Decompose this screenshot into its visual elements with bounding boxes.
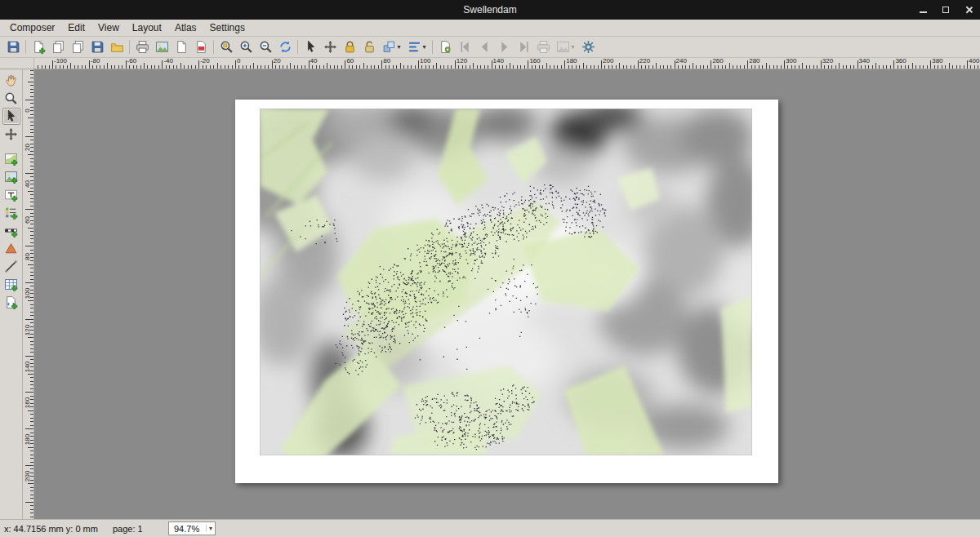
menu-composer[interactable]: Composer xyxy=(3,20,61,35)
atlas-next-feature-button[interactable] xyxy=(494,38,514,56)
lock-selected-items-button[interactable] xyxy=(340,38,359,56)
minimize-icon xyxy=(920,11,927,13)
atlas-first-feature-button[interactable] xyxy=(455,38,474,56)
menu-layout[interactable]: Layout xyxy=(126,20,168,35)
add-new-legend-button[interactable] xyxy=(2,204,20,221)
load-from-template-icon xyxy=(110,40,124,54)
add-basic-shape-icon xyxy=(4,242,18,255)
menu-view[interactable]: View xyxy=(91,20,126,35)
print-button[interactable] xyxy=(132,38,152,56)
atlas-settings-button[interactable] xyxy=(578,38,598,56)
select-move-item-button[interactable] xyxy=(301,38,320,56)
atlas-previous-feature-icon xyxy=(478,40,492,54)
add-html-frame-icon xyxy=(4,295,18,309)
menu-settings[interactable]: Settings xyxy=(203,20,252,35)
select-move-item-tool-button[interactable] xyxy=(2,108,20,125)
export-atlas-icon xyxy=(556,40,570,54)
add-new-label-icon xyxy=(4,188,18,202)
save-as-template-icon xyxy=(91,40,105,54)
toolbar-separator xyxy=(213,40,214,54)
pan-composer-icon xyxy=(4,73,18,87)
add-attribute-table-button[interactable] xyxy=(2,276,20,293)
save-project-button[interactable] xyxy=(3,38,23,56)
statusbar: x: 44.7156 mm y: 0 mm page: 1 94.7% ▾ xyxy=(0,519,980,537)
duplicate-composer-button[interactable] xyxy=(48,38,68,56)
vertical-ruler: 020406080100120140160180200 xyxy=(23,69,34,519)
add-new-label-button[interactable] xyxy=(2,186,20,203)
map-item[interactable] xyxy=(260,109,752,455)
chevron-down-icon: ▾ xyxy=(397,43,400,51)
composer-page[interactable] xyxy=(235,100,778,483)
export-as-image-button[interactable] xyxy=(152,38,172,56)
toolbar-separator xyxy=(129,40,130,54)
save-as-template-button[interactable] xyxy=(87,38,107,56)
maximize-button[interactable] xyxy=(941,5,951,15)
print-atlas-icon xyxy=(537,40,550,54)
add-arrow-icon xyxy=(4,260,18,273)
add-attribute-table-icon xyxy=(4,277,18,291)
toolbar-gap xyxy=(9,144,14,149)
atlas-next-feature-icon xyxy=(497,40,511,54)
ruler-corner xyxy=(0,58,34,69)
atlas-last-feature-button[interactable] xyxy=(514,38,533,56)
add-html-frame-button[interactable] xyxy=(2,294,20,311)
atlas-last-feature-icon xyxy=(517,40,531,54)
raise-selected-items-button[interactable]: ▾ xyxy=(379,38,404,56)
menu-atlas[interactable]: Atlas xyxy=(168,20,203,35)
composer-manager-button[interactable] xyxy=(68,38,87,56)
zoom-tool-icon xyxy=(4,91,18,105)
minimize-button[interactable] xyxy=(918,5,928,15)
toolbar-separator xyxy=(432,40,433,54)
unlock-all-items-button[interactable] xyxy=(359,38,379,56)
composer-canvas[interactable] xyxy=(34,69,980,519)
close-button[interactable] xyxy=(964,5,973,15)
toolbar-separator xyxy=(25,40,26,54)
window-title: Swellendam xyxy=(463,4,516,16)
print-atlas-button[interactable] xyxy=(533,38,553,56)
horizontal-ruler: -100-80-60-40-20020406080100120140160180… xyxy=(34,58,980,69)
move-item-content-button[interactable] xyxy=(320,38,340,56)
zoom-combobox[interactable]: 94.7% ▾ xyxy=(168,521,216,535)
zoom-out-button[interactable] xyxy=(256,38,275,56)
add-new-legend-icon xyxy=(4,206,18,220)
chevron-down-icon: ▾ xyxy=(571,43,574,51)
zoom-out-icon xyxy=(259,40,273,54)
atlas-previous-feature-button[interactable] xyxy=(474,38,494,56)
window-controls xyxy=(918,0,973,20)
zoom-full-icon xyxy=(220,40,234,54)
atlas-preview-button[interactable] xyxy=(435,38,455,56)
export-as-image-icon xyxy=(155,40,169,54)
pan-composer-button[interactable] xyxy=(2,72,20,89)
add-basic-shape-button[interactable] xyxy=(2,240,20,257)
zoom-full-button[interactable] xyxy=(216,38,236,56)
zoom-in-button[interactable] xyxy=(236,38,256,56)
zoom-in-icon xyxy=(239,40,253,54)
add-new-map-button[interactable] xyxy=(2,150,20,167)
add-image-button[interactable] xyxy=(2,168,20,185)
export-as-svg-button[interactable] xyxy=(172,38,191,56)
refresh-view-icon xyxy=(278,40,292,54)
move-item-content-tool-button[interactable] xyxy=(2,126,20,143)
item-toolbox xyxy=(0,69,23,519)
add-new-map-icon xyxy=(4,152,18,166)
lock-selected-items-icon xyxy=(343,40,357,54)
export-as-pdf-button[interactable] xyxy=(191,38,211,56)
chevron-down-icon: ▾ xyxy=(206,525,212,532)
add-arrow-button[interactable] xyxy=(2,258,20,275)
add-new-scalebar-button[interactable] xyxy=(2,222,20,239)
align-selected-items-button[interactable]: ▾ xyxy=(404,38,430,56)
select-move-item-icon xyxy=(304,40,318,54)
close-icon xyxy=(964,6,973,14)
print-icon xyxy=(136,40,149,54)
cursor-position: x: 44.7156 mm y: 0 mm xyxy=(4,524,113,534)
load-from-template-button[interactable] xyxy=(107,38,127,56)
new-composer-button[interactable] xyxy=(29,38,48,56)
refresh-view-button[interactable] xyxy=(275,38,295,56)
chevron-down-icon: ▾ xyxy=(422,43,425,51)
menu-edit[interactable]: Edit xyxy=(61,20,91,35)
zoom-tool-button[interactable] xyxy=(2,90,20,107)
select-move-item-tool-icon xyxy=(4,109,18,123)
atlas-preview-icon xyxy=(439,40,452,54)
export-atlas-button[interactable]: ▾ xyxy=(553,38,578,56)
atlas-settings-icon xyxy=(581,40,595,54)
